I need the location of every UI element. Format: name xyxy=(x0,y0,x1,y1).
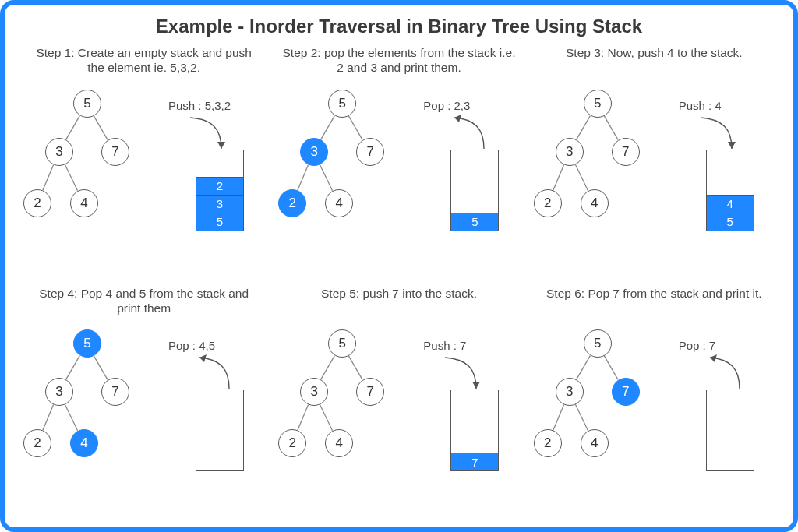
svg-line-2 xyxy=(43,164,54,190)
svg-line-18 xyxy=(298,405,309,431)
svg-line-5 xyxy=(349,115,363,139)
stack xyxy=(706,390,754,471)
tree-node: 5 xyxy=(328,90,356,118)
tree-node: 5 xyxy=(328,329,356,358)
step-caption: Step 3: Now, push 4 to the stack. xyxy=(531,45,778,80)
step-caption: Step 5: push 7 into the stack. xyxy=(275,286,522,321)
tree-node: 2 xyxy=(278,429,306,457)
svg-line-4 xyxy=(321,115,335,139)
step-caption: Step 1: Create an empty stack and push t… xyxy=(20,45,267,80)
svg-line-21 xyxy=(604,356,618,380)
stack: 54 xyxy=(706,150,754,231)
svg-line-7 xyxy=(320,164,333,191)
svg-line-13 xyxy=(94,356,108,380)
stack-cell: 7 xyxy=(451,453,498,470)
stack-cell: 2 xyxy=(196,177,243,195)
step-panel: Step 4: Pop 4 and 5 from the stack and p… xyxy=(20,286,267,516)
tree-node: 7 xyxy=(612,378,640,406)
stack-cell: 4 xyxy=(707,195,754,213)
step-scene: 53724Pop : 7 xyxy=(531,320,778,491)
tree-node: 3 xyxy=(45,378,73,406)
tree-node: 2 xyxy=(278,189,306,217)
step-caption: Step 6: Pop 7 from the stack and print i… xyxy=(531,286,778,321)
svg-line-12 xyxy=(66,356,80,380)
step-panel: Step 3: Now, push 4 to the stack.53724Pu… xyxy=(531,45,778,275)
svg-line-1 xyxy=(94,115,108,139)
svg-line-16 xyxy=(321,356,335,380)
svg-line-3 xyxy=(65,164,77,191)
step-scene: 53724Pop : 4,5 xyxy=(20,320,267,491)
step-caption: Step 4: Pop 4 and 5 from the stack and p… xyxy=(20,286,267,321)
tree-node: 5 xyxy=(73,329,101,358)
tree-node: 2 xyxy=(23,189,51,217)
step-scene: 53724Push : 5,3,2532 xyxy=(20,80,267,252)
stack: 7 xyxy=(450,390,499,471)
tree-node: 4 xyxy=(325,429,353,457)
tree-node: 4 xyxy=(325,189,353,217)
operation-label: Pop : 4,5 xyxy=(168,339,215,352)
tree-node: 4 xyxy=(581,189,609,217)
operation-label: Push : 4 xyxy=(679,99,722,112)
step-scene: 53724Push : 77 xyxy=(275,320,522,491)
svg-line-15 xyxy=(65,404,77,431)
step-panel: Step 2: pop the elements from the stack … xyxy=(275,45,522,275)
svg-line-23 xyxy=(575,404,588,431)
svg-line-8 xyxy=(576,115,590,139)
svg-line-22 xyxy=(553,405,563,431)
step-caption: Step 2: pop the elements from the stack … xyxy=(275,45,522,80)
svg-line-20 xyxy=(576,356,590,380)
step-panel: Step 6: Pop 7 from the stack and print i… xyxy=(531,286,778,516)
diagram-frame: Example - Inorder Traversal in Binary Tr… xyxy=(0,0,798,532)
stack-cell: 5 xyxy=(707,213,754,231)
stack-cell: 3 xyxy=(196,195,243,213)
tree-node: 4 xyxy=(70,429,98,457)
tree-node: 7 xyxy=(101,138,129,166)
step-scene: 53724Pop : 2,35 xyxy=(275,80,522,252)
step-scene: 53724Push : 454 xyxy=(531,80,778,252)
tree-node: 3 xyxy=(45,138,73,166)
tree-node: 7 xyxy=(356,138,384,166)
svg-line-17 xyxy=(349,356,363,380)
operation-label: Pop : 7 xyxy=(679,339,716,352)
tree-node: 4 xyxy=(70,189,98,217)
tree-node: 5 xyxy=(73,90,101,118)
tree-node: 5 xyxy=(584,90,612,118)
step-panel: Step 5: push 7 into the stack.53724Push … xyxy=(275,286,522,516)
tree-node: 7 xyxy=(356,378,384,406)
tree-node: 3 xyxy=(556,378,584,406)
tree-node: 7 xyxy=(612,138,640,166)
tree-node: 2 xyxy=(534,189,562,217)
tree-node: 3 xyxy=(300,138,328,166)
stack-cell: 5 xyxy=(196,213,243,231)
tree-node: 2 xyxy=(534,429,562,457)
tree-node: 5 xyxy=(584,329,612,358)
tree-node: 3 xyxy=(556,138,584,166)
svg-line-11 xyxy=(575,164,588,191)
tree-node: 2 xyxy=(23,429,51,457)
tree-node: 7 xyxy=(101,378,129,406)
svg-line-10 xyxy=(553,164,563,190)
svg-line-19 xyxy=(320,404,333,431)
svg-line-9 xyxy=(604,115,618,139)
svg-line-6 xyxy=(298,164,309,190)
stack-cell: 5 xyxy=(451,213,498,231)
steps-grid: Step 1: Create an empty stack and push t… xyxy=(20,45,778,515)
stack: 5 xyxy=(450,150,499,231)
operation-label: Pop : 2,3 xyxy=(423,99,470,112)
operation-label: Push : 5,3,2 xyxy=(168,99,231,112)
step-panel: Step 1: Create an empty stack and push t… xyxy=(20,45,267,275)
operation-label: Push : 7 xyxy=(423,339,466,352)
stack xyxy=(196,390,244,471)
diagram-title: Example - Inorder Traversal in Binary Tr… xyxy=(20,16,778,37)
svg-line-14 xyxy=(43,405,54,431)
stack: 532 xyxy=(196,150,244,231)
svg-line-0 xyxy=(66,115,80,139)
tree-node: 3 xyxy=(300,378,328,406)
tree-node: 4 xyxy=(581,429,609,457)
